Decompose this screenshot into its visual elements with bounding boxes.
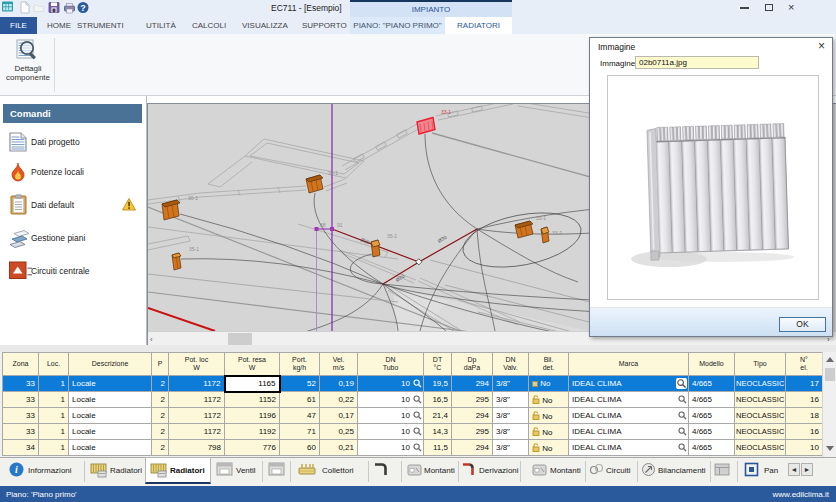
svg-text:39-1: 39-1 [328, 170, 338, 176]
svg-text:Ø30: Ø30 [437, 234, 448, 244]
svg-text:35-1: 35-1 [189, 246, 199, 252]
svg-text:35-1: 35-1 [387, 233, 397, 239]
svg-text:?: ? [80, 3, 86, 13]
svg-text:36-1: 36-1 [188, 195, 198, 201]
svg-text:i: i [15, 464, 18, 475]
svg-text:88: 88 [320, 222, 326, 228]
svg-text:33-2: 33-2 [552, 230, 562, 236]
svg-text:33-1: 33-1 [441, 109, 451, 115]
svg-text:Ø20: Ø20 [394, 273, 405, 283]
svg-text:33-1: 33-1 [536, 215, 546, 221]
svg-text:91: 91 [337, 222, 343, 228]
